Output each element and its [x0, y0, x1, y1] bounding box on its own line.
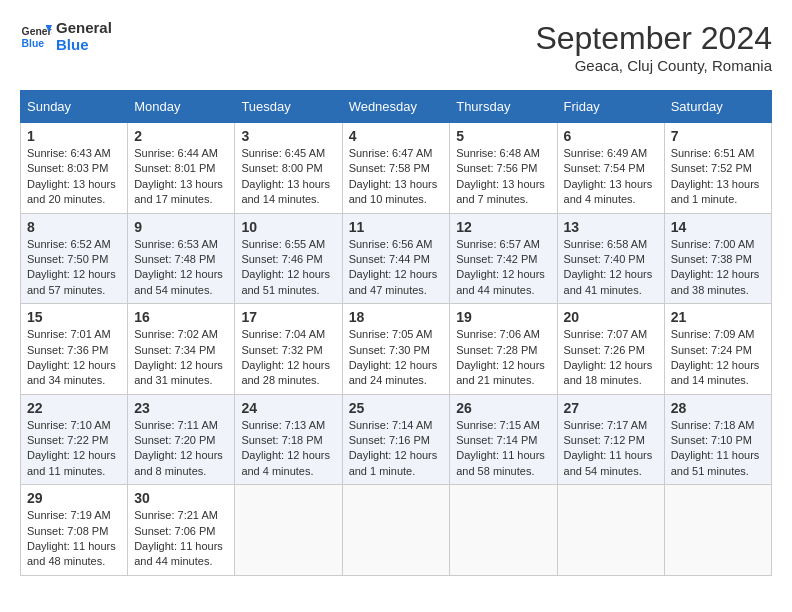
day-number: 5 [456, 128, 550, 144]
calendar-cell: 22 Sunrise: 7:10 AM Sunset: 7:22 PM Dayl… [21, 394, 128, 485]
calendar-cell: 29 Sunrise: 7:19 AM Sunset: 7:08 PM Dayl… [21, 485, 128, 576]
day-info: Sunrise: 7:17 AM Sunset: 7:12 PM Dayligh… [564, 418, 658, 480]
calendar-cell: 17 Sunrise: 7:04 AM Sunset: 7:32 PM Dayl… [235, 304, 342, 395]
day-info: Sunrise: 6:58 AM Sunset: 7:40 PM Dayligh… [564, 237, 658, 299]
day-info: Sunrise: 6:48 AM Sunset: 7:56 PM Dayligh… [456, 146, 550, 208]
calendar-cell: 12 Sunrise: 6:57 AM Sunset: 7:42 PM Dayl… [450, 213, 557, 304]
day-number: 10 [241, 219, 335, 235]
calendar-cell [450, 485, 557, 576]
day-number: 3 [241, 128, 335, 144]
calendar-cell: 11 Sunrise: 6:56 AM Sunset: 7:44 PM Dayl… [342, 213, 450, 304]
day-number: 23 [134, 400, 228, 416]
calendar-cell: 30 Sunrise: 7:21 AM Sunset: 7:06 PM Dayl… [128, 485, 235, 576]
title-section: September 2024 Geaca, Cluj County, Roman… [535, 20, 772, 74]
calendar-cell: 24 Sunrise: 7:13 AM Sunset: 7:18 PM Dayl… [235, 394, 342, 485]
calendar-cell: 25 Sunrise: 7:14 AM Sunset: 7:16 PM Dayl… [342, 394, 450, 485]
calendar-cell: 18 Sunrise: 7:05 AM Sunset: 7:30 PM Dayl… [342, 304, 450, 395]
day-number: 7 [671, 128, 765, 144]
day-number: 25 [349, 400, 444, 416]
calendar-cell [342, 485, 450, 576]
calendar-cell: 7 Sunrise: 6:51 AM Sunset: 7:52 PM Dayli… [664, 123, 771, 214]
day-number: 1 [27, 128, 121, 144]
day-info: Sunrise: 6:49 AM Sunset: 7:54 PM Dayligh… [564, 146, 658, 208]
calendar-header-monday: Monday [128, 91, 235, 123]
calendar-cell: 15 Sunrise: 7:01 AM Sunset: 7:36 PM Dayl… [21, 304, 128, 395]
day-number: 20 [564, 309, 658, 325]
day-number: 22 [27, 400, 121, 416]
day-info: Sunrise: 7:02 AM Sunset: 7:34 PM Dayligh… [134, 327, 228, 389]
day-info: Sunrise: 6:57 AM Sunset: 7:42 PM Dayligh… [456, 237, 550, 299]
page-header: General Blue General Blue September 2024… [20, 20, 772, 74]
day-number: 30 [134, 490, 228, 506]
calendar-cell: 6 Sunrise: 6:49 AM Sunset: 7:54 PM Dayli… [557, 123, 664, 214]
calendar-week-3: 15 Sunrise: 7:01 AM Sunset: 7:36 PM Dayl… [21, 304, 772, 395]
calendar-cell: 19 Sunrise: 7:06 AM Sunset: 7:28 PM Dayl… [450, 304, 557, 395]
day-info: Sunrise: 7:04 AM Sunset: 7:32 PM Dayligh… [241, 327, 335, 389]
calendar-week-4: 22 Sunrise: 7:10 AM Sunset: 7:22 PM Dayl… [21, 394, 772, 485]
day-number: 13 [564, 219, 658, 235]
day-info: Sunrise: 6:43 AM Sunset: 8:03 PM Dayligh… [27, 146, 121, 208]
month-title: September 2024 [535, 20, 772, 57]
day-info: Sunrise: 7:00 AM Sunset: 7:38 PM Dayligh… [671, 237, 765, 299]
day-number: 14 [671, 219, 765, 235]
calendar-header-wednesday: Wednesday [342, 91, 450, 123]
calendar-cell: 21 Sunrise: 7:09 AM Sunset: 7:24 PM Dayl… [664, 304, 771, 395]
day-number: 9 [134, 219, 228, 235]
day-number: 21 [671, 309, 765, 325]
day-number: 27 [564, 400, 658, 416]
calendar-cell: 5 Sunrise: 6:48 AM Sunset: 7:56 PM Dayli… [450, 123, 557, 214]
day-info: Sunrise: 6:53 AM Sunset: 7:48 PM Dayligh… [134, 237, 228, 299]
calendar-header-row: SundayMondayTuesdayWednesdayThursdayFrid… [21, 91, 772, 123]
day-info: Sunrise: 6:56 AM Sunset: 7:44 PM Dayligh… [349, 237, 444, 299]
day-info: Sunrise: 6:47 AM Sunset: 7:58 PM Dayligh… [349, 146, 444, 208]
day-number: 17 [241, 309, 335, 325]
location: Geaca, Cluj County, Romania [535, 57, 772, 74]
day-info: Sunrise: 7:21 AM Sunset: 7:06 PM Dayligh… [134, 508, 228, 570]
day-number: 16 [134, 309, 228, 325]
day-number: 18 [349, 309, 444, 325]
day-number: 26 [456, 400, 550, 416]
day-number: 24 [241, 400, 335, 416]
calendar-header-thursday: Thursday [450, 91, 557, 123]
day-info: Sunrise: 6:45 AM Sunset: 8:00 PM Dayligh… [241, 146, 335, 208]
day-number: 6 [564, 128, 658, 144]
calendar-header-saturday: Saturday [664, 91, 771, 123]
svg-text:Blue: Blue [22, 37, 45, 48]
calendar-table: SundayMondayTuesdayWednesdayThursdayFrid… [20, 90, 772, 576]
day-info: Sunrise: 7:07 AM Sunset: 7:26 PM Dayligh… [564, 327, 658, 389]
day-info: Sunrise: 6:51 AM Sunset: 7:52 PM Dayligh… [671, 146, 765, 208]
day-number: 28 [671, 400, 765, 416]
calendar-header-tuesday: Tuesday [235, 91, 342, 123]
day-info: Sunrise: 7:10 AM Sunset: 7:22 PM Dayligh… [27, 418, 121, 480]
day-info: Sunrise: 7:05 AM Sunset: 7:30 PM Dayligh… [349, 327, 444, 389]
calendar-cell [557, 485, 664, 576]
day-number: 29 [27, 490, 121, 506]
calendar-cell [235, 485, 342, 576]
day-number: 2 [134, 128, 228, 144]
day-info: Sunrise: 7:13 AM Sunset: 7:18 PM Dayligh… [241, 418, 335, 480]
day-info: Sunrise: 7:01 AM Sunset: 7:36 PM Dayligh… [27, 327, 121, 389]
calendar-cell: 28 Sunrise: 7:18 AM Sunset: 7:10 PM Dayl… [664, 394, 771, 485]
day-number: 15 [27, 309, 121, 325]
calendar-cell: 16 Sunrise: 7:02 AM Sunset: 7:34 PM Dayl… [128, 304, 235, 395]
day-number: 12 [456, 219, 550, 235]
calendar-cell: 8 Sunrise: 6:52 AM Sunset: 7:50 PM Dayli… [21, 213, 128, 304]
calendar-cell: 10 Sunrise: 6:55 AM Sunset: 7:46 PM Dayl… [235, 213, 342, 304]
calendar-header-friday: Friday [557, 91, 664, 123]
calendar-cell: 20 Sunrise: 7:07 AM Sunset: 7:26 PM Dayl… [557, 304, 664, 395]
calendar-cell: 13 Sunrise: 6:58 AM Sunset: 7:40 PM Dayl… [557, 213, 664, 304]
day-number: 4 [349, 128, 444, 144]
calendar-cell: 1 Sunrise: 6:43 AM Sunset: 8:03 PM Dayli… [21, 123, 128, 214]
calendar-cell: 23 Sunrise: 7:11 AM Sunset: 7:20 PM Dayl… [128, 394, 235, 485]
day-number: 19 [456, 309, 550, 325]
day-info: Sunrise: 7:19 AM Sunset: 7:08 PM Dayligh… [27, 508, 121, 570]
calendar-cell: 9 Sunrise: 6:53 AM Sunset: 7:48 PM Dayli… [128, 213, 235, 304]
day-info: Sunrise: 7:09 AM Sunset: 7:24 PM Dayligh… [671, 327, 765, 389]
calendar-cell: 14 Sunrise: 7:00 AM Sunset: 7:38 PM Dayl… [664, 213, 771, 304]
calendar-week-5: 29 Sunrise: 7:19 AM Sunset: 7:08 PM Dayl… [21, 485, 772, 576]
day-number: 8 [27, 219, 121, 235]
logo: General Blue General Blue [20, 20, 112, 53]
logo-icon: General Blue [20, 21, 52, 53]
day-info: Sunrise: 7:06 AM Sunset: 7:28 PM Dayligh… [456, 327, 550, 389]
calendar-cell: 27 Sunrise: 7:17 AM Sunset: 7:12 PM Dayl… [557, 394, 664, 485]
